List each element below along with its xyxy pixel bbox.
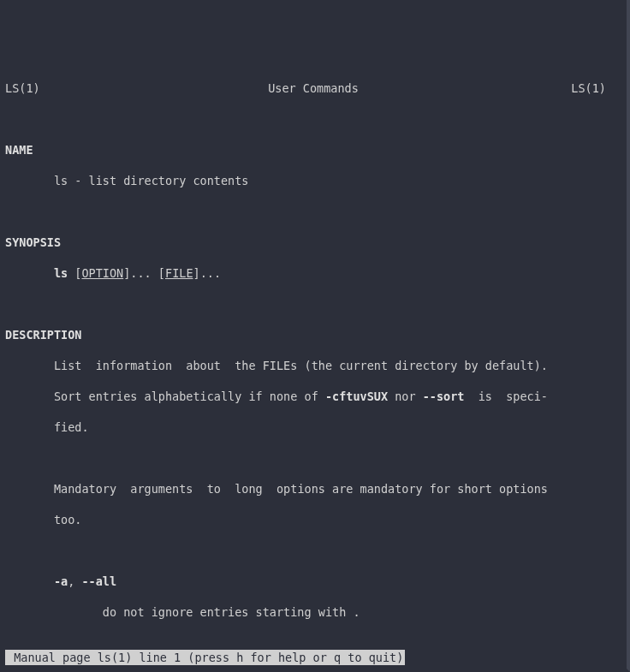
- blank-line: [5, 111, 627, 127]
- section-name-title: NAME: [5, 142, 627, 158]
- status-bar[interactable]: Manual page ls(1) line 1 (press h for he…: [5, 650, 405, 665]
- blank-line: [5, 450, 627, 466]
- name-body: ls - list directory contents: [5, 173, 627, 188]
- section-synopsis-title: SYNOPSIS: [5, 235, 627, 250]
- header-row: LS(1)User CommandsLS(1): [5, 80, 627, 96]
- opt-A: -A, --almost-all: [5, 666, 627, 672]
- section-description-title: DESCRIPTION: [5, 327, 627, 342]
- blank-line: [5, 543, 627, 558]
- blank-line: [5, 296, 627, 312]
- desc-p1-l2: Sort entries alphabetically if none of -…: [5, 389, 627, 404]
- blank-line: [5, 204, 627, 219]
- desc-p1-l1: List information about the FILEs (the cu…: [5, 358, 627, 373]
- blank-line: [5, 635, 627, 651]
- synopsis-body: ls [OPTION]... [FILE]...: [5, 265, 627, 281]
- desc-p1-l3: fied.: [5, 419, 627, 435]
- opt-a: -a, --all: [5, 574, 627, 589]
- opt-a-desc: do not ignore entries starting with .: [5, 604, 627, 620]
- header-center: User Commands: [0, 80, 627, 96]
- desc-p2-l1: Mandatory arguments to long options are …: [5, 481, 627, 497]
- manpage-content[interactable]: LS(1)User CommandsLS(1) NAME ls - list d…: [0, 62, 627, 672]
- desc-p2-l2: too.: [5, 512, 627, 527]
